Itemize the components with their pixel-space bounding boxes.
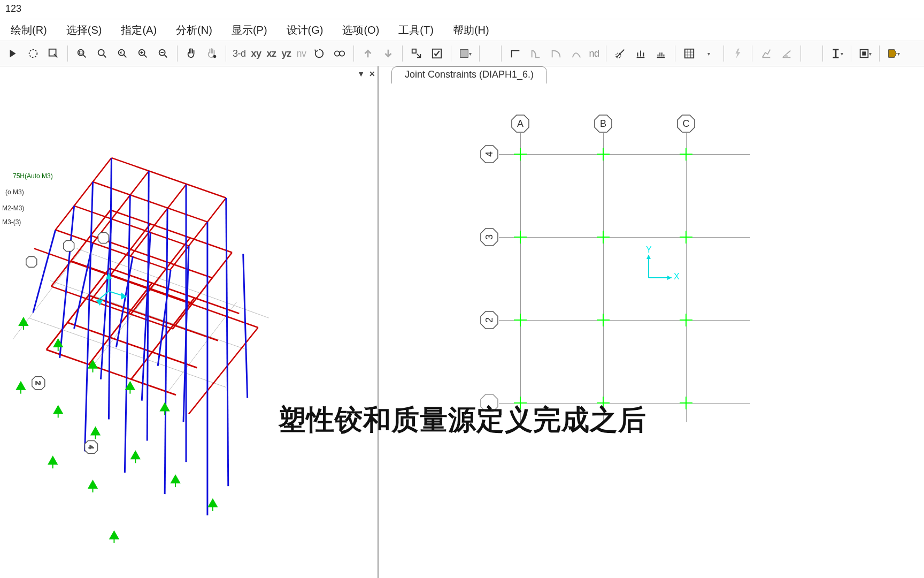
view-xy-button[interactable]: xy: [250, 48, 263, 59]
svg-rect-17: [862, 51, 866, 55]
axis-x-label: X: [674, 272, 680, 282]
menu-tools[interactable]: 工具(T): [398, 23, 434, 37]
model-3d-svg: 2 4: [2, 81, 375, 576]
svg-point-10: [340, 51, 344, 56]
grid-row-4: 4: [480, 145, 498, 163]
pane-left-tabrow: ▼ ✕: [0, 66, 379, 81]
perspective-icon[interactable]: [331, 45, 348, 62]
title-text: 123: [5, 3, 21, 14]
grid-row-3: 3: [480, 228, 498, 246]
menu-bar: 绘制(R) 选择(S) 指定(A) 分析(N) 显示(P) 设计(G) 选项(O…: [0, 19, 924, 41]
toolbar-separator: [501, 45, 502, 62]
draw-spline-icon[interactable]: [568, 45, 585, 62]
menu-display[interactable]: 显示(P): [232, 23, 267, 37]
loads-icon[interactable]: [632, 45, 649, 62]
svg-line-64: [158, 270, 171, 366]
run-icon[interactable]: [729, 45, 746, 62]
menu-analyze[interactable]: 分析(N): [176, 23, 212, 37]
chart2-icon[interactable]: [778, 45, 795, 62]
ibeam-dropdown[interactable]: [828, 45, 845, 62]
zoom-window-icon[interactable]: [73, 45, 90, 62]
check-icon[interactable]: [428, 45, 445, 62]
svg-line-52: [226, 198, 228, 486]
hinge-label-b: (o M3): [5, 188, 24, 196]
menu-select[interactable]: 选择(S): [66, 23, 102, 37]
view-xz-button[interactable]: xz: [266, 48, 278, 59]
loads2-icon[interactable]: [652, 45, 669, 62]
move-down-icon[interactable]: [380, 45, 397, 62]
section-view-dropdown[interactable]: [857, 45, 874, 62]
svg-line-65: [243, 254, 248, 398]
view-nv-button[interactable]: nv: [296, 48, 307, 59]
svg-point-8: [213, 55, 217, 58]
menu-design[interactable]: 设计(G): [287, 23, 324, 37]
toolbar-separator: [879, 45, 880, 62]
rotate-icon[interactable]: [311, 45, 328, 62]
pane-dropdown-icon[interactable]: ▼: [357, 70, 365, 78]
svg-point-9: [334, 51, 339, 56]
svg-text:2: 2: [34, 381, 42, 385]
pan-icon[interactable]: [183, 45, 200, 62]
menu-draw[interactable]: 绘制(R): [11, 23, 47, 37]
selection-icon[interactable]: [45, 45, 62, 62]
gridline-h: [499, 154, 750, 155]
draw-frame-icon[interactable]: [507, 45, 524, 62]
svg-rect-13: [460, 50, 468, 58]
hinge-label-c: M2-M3): [2, 204, 24, 212]
toolbar-separator: [353, 45, 354, 62]
section-icon[interactable]: [408, 45, 425, 62]
menu-help[interactable]: 帮助(H): [453, 23, 489, 37]
zoom-out-icon[interactable]: [155, 45, 172, 62]
svg-rect-11: [412, 49, 415, 53]
tab-joint-constraints[interactable]: Joint Constraints (DIAPH1_6.): [391, 66, 547, 83]
toolbar-separator: [800, 45, 801, 62]
draw-arc-icon[interactable]: [548, 45, 565, 62]
grid-col-B: B: [594, 115, 612, 133]
view-3d-button[interactable]: 3-d: [232, 48, 247, 59]
toolbar-separator: [752, 45, 752, 62]
svg-line-57: [60, 206, 74, 358]
table-dropdown[interactable]: [701, 45, 718, 62]
svg-line-30: [130, 185, 186, 257]
svg-line-24: [111, 158, 226, 198]
svg-rect-15: [684, 49, 694, 58]
zoom-extents-icon[interactable]: [94, 45, 111, 62]
table-icon[interactable]: [681, 45, 698, 62]
pane-3d-view[interactable]: ▼ ✕: [0, 66, 379, 578]
node-label-button[interactable]: nd: [588, 48, 600, 59]
svg-point-4: [98, 50, 104, 56]
toolbar-separator: [723, 45, 724, 62]
svg-marker-73: [64, 240, 74, 251]
move-up-icon[interactable]: [359, 45, 376, 62]
toolbar-separator: [226, 45, 226, 62]
toolbar-separator: [675, 45, 675, 62]
shape-dropdown[interactable]: [885, 45, 902, 62]
hinge-label-d: M3-(3): [2, 218, 21, 226]
toolbar-separator: [606, 45, 606, 62]
shell-dropdown[interactable]: [457, 45, 474, 62]
draw-curve-icon[interactable]: [527, 45, 544, 62]
gridline-h: [499, 237, 750, 238]
play-icon[interactable]: [4, 45, 21, 62]
view-yz-button[interactable]: yz: [281, 48, 292, 59]
hinge-label-a: 75H(Auto M3): [13, 172, 53, 180]
zoom-in-icon[interactable]: [134, 45, 151, 62]
dashed-circle-icon[interactable]: [25, 45, 42, 62]
zoom-previous-icon[interactable]: [114, 45, 131, 62]
model-3d: 2 4 75H(Auto M3) (o M3) M2-M3) M3-(3): [2, 81, 375, 576]
toolbar: 3-d xy xz yz nv nd: [0, 41, 924, 66]
pan-point-icon[interactable]: [203, 45, 220, 62]
menu-assign[interactable]: 指定(A): [121, 23, 157, 37]
caption-overlay: 塑性铰和质量源定义完成之后: [0, 401, 924, 439]
svg-line-39: [173, 253, 232, 329]
svg-text:4: 4: [87, 445, 95, 449]
svg-line-43: [47, 349, 176, 395]
chart1-icon[interactable]: [758, 45, 775, 62]
toolbar-separator: [67, 45, 68, 62]
menu-options[interactable]: 选项(O): [342, 23, 379, 37]
pane-plan-view[interactable]: Joint Constraints (DIAPH1_6.) A B C 4 3 …: [379, 66, 924, 578]
object-shrink-icon[interactable]: [612, 45, 629, 62]
svg-line-38: [130, 238, 190, 315]
pane-close-icon[interactable]: ✕: [369, 70, 375, 78]
toolbar-separator: [402, 45, 403, 62]
